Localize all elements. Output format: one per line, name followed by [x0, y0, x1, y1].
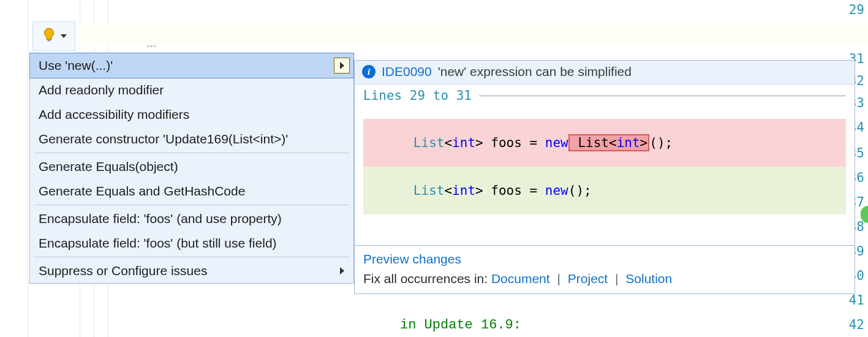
menu-item-label: Generate Equals and GetHashCode — [39, 184, 245, 198]
diagnostic-code[interactable]: IDE0090 — [382, 64, 432, 79]
menu-separator — [34, 257, 350, 257]
diagnostic-header: i IDE0090 'new' expression can be simpli… — [355, 61, 855, 85]
info-icon: i — [362, 65, 376, 78]
fix-all-label: Fix all occurrences in: — [363, 271, 488, 286]
menu-item-label: Add accessibility modifiers — [39, 107, 189, 121]
diagnostic-message: 'new' expression can be simplified — [438, 64, 632, 79]
fix-all-solution-link[interactable]: Solution — [625, 271, 672, 286]
menu-item-label: Generate Equals(object) — [39, 159, 178, 173]
menu-item-label: Generate constructor 'Update169(List<int… — [39, 132, 288, 146]
menu-item-generate-equals[interactable]: Generate Equals(object) — [30, 154, 353, 179]
menu-item-generate-equals-hashcode[interactable]: Generate Equals and GetHashCode — [30, 179, 353, 203]
menu-item-label: Add readonly modifier — [39, 83, 164, 97]
pipe-separator: | — [553, 271, 564, 286]
lightbulb-quickactions-button[interactable] — [32, 21, 75, 51]
preview-footer: Preview changes Fix all occurrences in: … — [355, 245, 855, 293]
preview-changes-link[interactable]: Preview changes — [363, 252, 846, 267]
ellipsis-hint-icon: ••• — [147, 43, 157, 50]
menu-item-label: Encapsulate field: 'foos' (but still use… — [39, 236, 277, 250]
submenu-arrow-icon[interactable] — [334, 58, 350, 74]
menu-item-encapsulate-field-property[interactable]: Encapsulate field: 'foos' (and use prope… — [30, 206, 353, 231]
menu-item-suppress-configure[interactable]: Suppress or Configure issues — [30, 259, 353, 283]
fix-all-document-link[interactable]: Document — [491, 271, 550, 286]
menu-item-add-readonly[interactable]: Add readonly modifier — [30, 78, 353, 102]
comment-text: in Update 16.9: — [400, 317, 521, 333]
line-range-label: Lines 29 to 31 — [363, 88, 472, 103]
diff-preview: Lines 29 to 31 List<int> foos = new List… — [355, 85, 855, 245]
menu-item-add-accessibility[interactable]: Add accessibility modifiers — [30, 102, 353, 127]
code-fix-preview-panel: i IDE0090 'new' expression can be simpli… — [354, 60, 855, 294]
menu-item-label: Encapsulate field: 'foos' (and use prope… — [39, 211, 282, 225]
divider — [479, 96, 846, 96]
menu-separator — [34, 153, 350, 153]
quick-actions-menu: Use 'new(...)' Add readonly modifier Add… — [29, 53, 354, 284]
menu-item-encapsulate-field-field[interactable]: Encapsulate field: 'foos' (but still use… — [30, 231, 353, 256]
menu-item-label: Use 'new(...)' — [39, 58, 113, 72]
pipe-separator: | — [611, 271, 622, 286]
chevron-down-icon — [61, 34, 67, 38]
code-comment-line[interactable]: in Update 16.9: — [368, 293, 521, 314]
active-code-line[interactable]: List<int> foos = new List<int>(); — [80, 25, 868, 45]
lightbulb-icon — [41, 27, 57, 46]
menu-separator — [34, 205, 350, 205]
line-number-gutter — [0, 0, 28, 337]
menu-item-generate-constructor[interactable]: Generate constructor 'Update169(List<int… — [30, 127, 353, 151]
submenu-arrow-icon — [334, 263, 350, 279]
menu-item-label: Suppress or Configure issues — [39, 263, 207, 278]
menu-item-use-new[interactable]: Use 'new(...)' — [29, 53, 354, 78]
fix-all-project-link[interactable]: Project — [568, 271, 608, 286]
svg-rect-0 — [47, 40, 50, 41]
diff-before-line: List<int> foos = new List<int>(); — [363, 119, 846, 167]
diff-after-line: List<int> foos = new(); — [363, 167, 846, 214]
